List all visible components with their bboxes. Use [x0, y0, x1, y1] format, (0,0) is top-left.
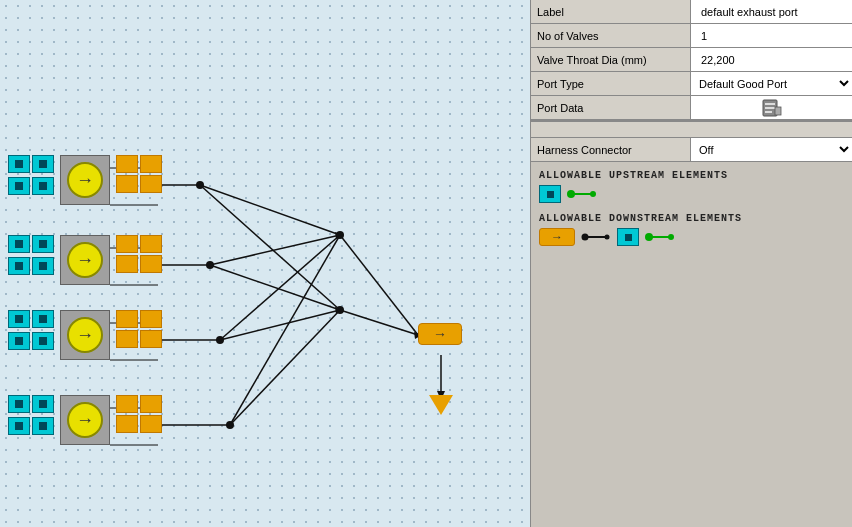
svg-line-20	[340, 235, 418, 335]
allowable-downstream-section: ALLOWABLE DOWNSTREAM ELEMENTS →	[539, 213, 844, 250]
no-of-valves-value[interactable]	[691, 24, 852, 47]
orange-block[interactable]	[140, 255, 162, 273]
svg-point-15	[206, 261, 214, 269]
orange-block[interactable]	[140, 415, 162, 433]
cyan-block[interactable]	[8, 310, 30, 328]
valve-throat-input[interactable]	[696, 52, 847, 68]
downstream-elements-row: →	[539, 228, 844, 246]
harness-connector-select[interactable]: Off On	[691, 138, 852, 161]
cyan-block[interactable]	[8, 332, 30, 350]
spacer-row	[531, 122, 852, 138]
orange-block[interactable]	[116, 255, 138, 273]
downstream-connector-line-black	[581, 230, 611, 244]
allowable-area: ALLOWABLE UPSTREAM ELEMENTS ALLOWABLE DO…	[531, 162, 852, 527]
svg-line-12	[230, 235, 340, 425]
downstream-cyan-icon	[617, 228, 639, 246]
cyan-block[interactable]	[32, 257, 54, 275]
allowable-upstream-label: ALLOWABLE UPSTREAM ELEMENTS	[539, 170, 844, 181]
valve-throat-value[interactable]	[691, 48, 852, 71]
orange-block[interactable]	[140, 310, 162, 328]
svg-point-16	[216, 336, 224, 344]
exhaust-triangle	[429, 395, 453, 415]
cyan-block[interactable]	[8, 235, 30, 253]
downstream-connector-line-green	[645, 230, 675, 244]
exhaust-port-element[interactable]: →	[418, 323, 462, 345]
orange-block[interactable]	[140, 395, 162, 413]
orange-block[interactable]	[140, 330, 162, 348]
right-panel: Label No of Valves Valve Throat Dia (mm)…	[530, 0, 852, 527]
orange-block[interactable]	[116, 395, 138, 413]
svg-rect-37	[775, 107, 781, 115]
port-type-row: Port Type Default Good Port Good Port Ba…	[531, 72, 852, 96]
no-of-valves-input[interactable]	[696, 28, 847, 44]
no-of-valves-row: No of Valves	[531, 24, 852, 48]
svg-point-14	[196, 181, 204, 189]
port-data-icon-area[interactable]	[691, 96, 852, 119]
svg-line-13	[230, 310, 340, 425]
harness-connector-label: Harness Connector	[531, 138, 691, 161]
valve-throat-label: Valve Throat Dia (mm)	[531, 48, 691, 71]
orange-block[interactable]	[116, 155, 138, 173]
cyan-block[interactable]	[8, 177, 30, 195]
cyan-block[interactable]	[32, 235, 54, 253]
orange-block[interactable]	[116, 175, 138, 193]
port-data-label: Port Data	[531, 96, 691, 119]
cyan-block[interactable]	[8, 395, 30, 413]
svg-line-7	[210, 265, 340, 310]
allowable-downstream-label: ALLOWABLE DOWNSTREAM ELEMENTS	[539, 213, 844, 224]
upstream-elements-row	[539, 185, 844, 203]
cyan-block[interactable]	[32, 417, 54, 435]
properties-table: Label No of Valves Valve Throat Dia (mm)…	[531, 0, 852, 122]
orange-block[interactable]	[116, 330, 138, 348]
allowable-upstream-section: ALLOWABLE UPSTREAM ELEMENTS	[539, 170, 844, 207]
orange-block[interactable]	[140, 235, 162, 253]
port-type-value[interactable]: Default Good Port Good Port Bad Port	[691, 72, 852, 95]
harness-connector-row: Harness Connector Off On	[531, 138, 852, 162]
harness-connector-value[interactable]: Off On	[691, 138, 852, 161]
cyan-block[interactable]	[32, 332, 54, 350]
processor-block[interactable]: →	[60, 395, 110, 445]
upstream-cyan-icon	[539, 185, 561, 203]
processor-block[interactable]: →	[60, 235, 110, 285]
cyan-block[interactable]	[8, 257, 30, 275]
svg-rect-35	[765, 107, 775, 109]
orange-block[interactable]	[116, 415, 138, 433]
port-data-row: Port Data	[531, 96, 852, 120]
cyan-block[interactable]	[32, 177, 54, 195]
cyan-block[interactable]	[32, 395, 54, 413]
svg-line-21	[340, 310, 418, 335]
label-field-label: Label	[531, 0, 691, 23]
svg-line-1	[200, 185, 340, 235]
label-input[interactable]	[696, 4, 847, 20]
orange-block[interactable]	[140, 155, 162, 173]
no-of-valves-label: No of Valves	[531, 24, 691, 47]
label-field-value[interactable]	[691, 0, 852, 23]
processor-block[interactable]: →	[60, 310, 110, 360]
cyan-block[interactable]	[8, 155, 30, 173]
svg-point-17	[226, 421, 234, 429]
svg-point-46	[668, 234, 674, 240]
svg-point-43	[605, 235, 610, 240]
cyan-block[interactable]	[32, 310, 54, 328]
processor-block[interactable]: →	[60, 155, 110, 205]
orange-block[interactable]	[116, 235, 138, 253]
downstream-orange-icon: →	[539, 228, 575, 246]
upstream-connector-line	[567, 187, 597, 201]
label-row: Label	[531, 0, 852, 24]
svg-line-3	[200, 185, 340, 310]
port-type-label: Port Type	[531, 72, 691, 95]
canvas-area[interactable]: → →	[0, 0, 530, 527]
port-type-select[interactable]: Default Good Port Good Port Bad Port	[691, 72, 852, 95]
svg-line-6	[210, 235, 340, 265]
svg-rect-34	[765, 103, 775, 105]
cyan-block[interactable]	[32, 155, 54, 173]
orange-block[interactable]	[116, 310, 138, 328]
cyan-block[interactable]	[8, 417, 30, 435]
valve-throat-row: Valve Throat Dia (mm)	[531, 48, 852, 72]
svg-rect-36	[765, 111, 772, 113]
svg-point-40	[590, 191, 596, 197]
orange-block[interactable]	[140, 175, 162, 193]
port-data-file-icon	[761, 99, 783, 117]
